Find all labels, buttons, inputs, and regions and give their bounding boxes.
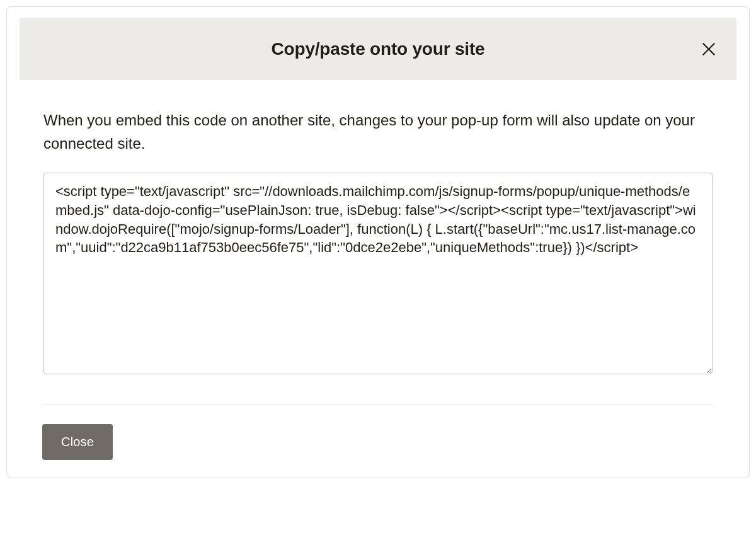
embed-code-modal: Copy/paste onto your site When you embed…	[6, 6, 750, 478]
modal-footer: Close	[20, 405, 736, 462]
close-button[interactable]: Close	[42, 424, 113, 460]
modal-header: Copy/paste onto your site	[20, 18, 736, 80]
modal-body: When you embed this code on another site…	[20, 80, 736, 405]
embed-description: When you embed this code on another site…	[43, 108, 713, 155]
embed-code-textarea[interactable]	[43, 173, 713, 374]
close-icon[interactable]	[700, 40, 718, 58]
modal-title: Copy/paste onto your site	[272, 39, 485, 59]
